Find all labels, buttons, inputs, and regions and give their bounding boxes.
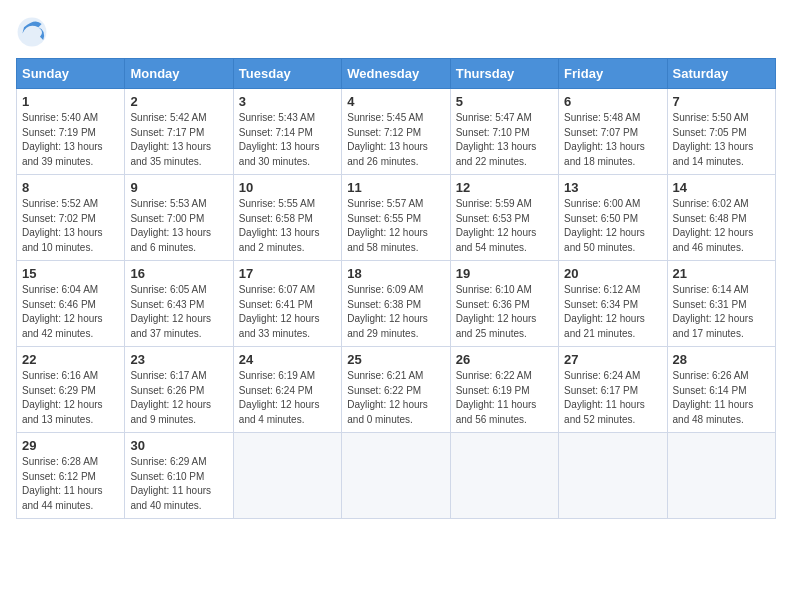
calendar-header-tuesday: Tuesday bbox=[233, 59, 341, 89]
day-number: 17 bbox=[239, 266, 336, 281]
day-info: Sunrise: 6:17 AMSunset: 6:26 PMDaylight:… bbox=[130, 370, 211, 425]
day-number: 10 bbox=[239, 180, 336, 195]
logo bbox=[16, 16, 54, 48]
day-info: Sunrise: 5:42 AMSunset: 7:17 PMDaylight:… bbox=[130, 112, 211, 167]
day-number: 4 bbox=[347, 94, 444, 109]
day-number: 1 bbox=[22, 94, 119, 109]
calendar-day: 13 Sunrise: 6:00 AMSunset: 6:50 PMDaylig… bbox=[559, 175, 667, 261]
calendar-header-saturday: Saturday bbox=[667, 59, 775, 89]
day-number: 22 bbox=[22, 352, 119, 367]
day-number: 16 bbox=[130, 266, 227, 281]
calendar-day bbox=[342, 433, 450, 519]
calendar-day: 15 Sunrise: 6:04 AMSunset: 6:46 PMDaylig… bbox=[17, 261, 125, 347]
calendar-day: 28 Sunrise: 6:26 AMSunset: 6:14 PMDaylig… bbox=[667, 347, 775, 433]
calendar-header-monday: Monday bbox=[125, 59, 233, 89]
calendar-day: 24 Sunrise: 6:19 AMSunset: 6:24 PMDaylig… bbox=[233, 347, 341, 433]
calendar-day: 22 Sunrise: 6:16 AMSunset: 6:29 PMDaylig… bbox=[17, 347, 125, 433]
calendar-day: 25 Sunrise: 6:21 AMSunset: 6:22 PMDaylig… bbox=[342, 347, 450, 433]
day-info: Sunrise: 5:53 AMSunset: 7:00 PMDaylight:… bbox=[130, 198, 211, 253]
day-info: Sunrise: 6:14 AMSunset: 6:31 PMDaylight:… bbox=[673, 284, 754, 339]
day-info: Sunrise: 6:29 AMSunset: 6:10 PMDaylight:… bbox=[130, 456, 211, 511]
day-number: 9 bbox=[130, 180, 227, 195]
day-number: 30 bbox=[130, 438, 227, 453]
calendar-day: 10 Sunrise: 5:55 AMSunset: 6:58 PMDaylig… bbox=[233, 175, 341, 261]
calendar-day: 19 Sunrise: 6:10 AMSunset: 6:36 PMDaylig… bbox=[450, 261, 558, 347]
calendar-day: 23 Sunrise: 6:17 AMSunset: 6:26 PMDaylig… bbox=[125, 347, 233, 433]
calendar-week-2: 8 Sunrise: 5:52 AMSunset: 7:02 PMDayligh… bbox=[17, 175, 776, 261]
day-number: 12 bbox=[456, 180, 553, 195]
calendar-day: 7 Sunrise: 5:50 AMSunset: 7:05 PMDayligh… bbox=[667, 89, 775, 175]
calendar-day: 11 Sunrise: 5:57 AMSunset: 6:55 PMDaylig… bbox=[342, 175, 450, 261]
page-header bbox=[16, 16, 776, 48]
calendar-day: 12 Sunrise: 5:59 AMSunset: 6:53 PMDaylig… bbox=[450, 175, 558, 261]
calendar-day: 4 Sunrise: 5:45 AMSunset: 7:12 PMDayligh… bbox=[342, 89, 450, 175]
day-info: Sunrise: 5:43 AMSunset: 7:14 PMDaylight:… bbox=[239, 112, 320, 167]
day-info: Sunrise: 6:05 AMSunset: 6:43 PMDaylight:… bbox=[130, 284, 211, 339]
calendar-week-5: 29 Sunrise: 6:28 AMSunset: 6:12 PMDaylig… bbox=[17, 433, 776, 519]
calendar-day: 20 Sunrise: 6:12 AMSunset: 6:34 PMDaylig… bbox=[559, 261, 667, 347]
calendar-day: 30 Sunrise: 6:29 AMSunset: 6:10 PMDaylig… bbox=[125, 433, 233, 519]
logo-icon bbox=[16, 16, 48, 48]
day-info: Sunrise: 6:28 AMSunset: 6:12 PMDaylight:… bbox=[22, 456, 103, 511]
calendar-day: 9 Sunrise: 5:53 AMSunset: 7:00 PMDayligh… bbox=[125, 175, 233, 261]
day-info: Sunrise: 5:50 AMSunset: 7:05 PMDaylight:… bbox=[673, 112, 754, 167]
calendar-week-3: 15 Sunrise: 6:04 AMSunset: 6:46 PMDaylig… bbox=[17, 261, 776, 347]
calendar-table: SundayMondayTuesdayWednesdayThursdayFrid… bbox=[16, 58, 776, 519]
calendar-header-sunday: Sunday bbox=[17, 59, 125, 89]
day-info: Sunrise: 5:52 AMSunset: 7:02 PMDaylight:… bbox=[22, 198, 103, 253]
calendar-header-wednesday: Wednesday bbox=[342, 59, 450, 89]
day-number: 11 bbox=[347, 180, 444, 195]
day-number: 8 bbox=[22, 180, 119, 195]
calendar-day bbox=[233, 433, 341, 519]
day-info: Sunrise: 5:45 AMSunset: 7:12 PMDaylight:… bbox=[347, 112, 428, 167]
calendar-day: 3 Sunrise: 5:43 AMSunset: 7:14 PMDayligh… bbox=[233, 89, 341, 175]
day-number: 7 bbox=[673, 94, 770, 109]
calendar-day: 27 Sunrise: 6:24 AMSunset: 6:17 PMDaylig… bbox=[559, 347, 667, 433]
calendar-day: 26 Sunrise: 6:22 AMSunset: 6:19 PMDaylig… bbox=[450, 347, 558, 433]
day-info: Sunrise: 5:57 AMSunset: 6:55 PMDaylight:… bbox=[347, 198, 428, 253]
day-info: Sunrise: 6:00 AMSunset: 6:50 PMDaylight:… bbox=[564, 198, 645, 253]
day-number: 24 bbox=[239, 352, 336, 367]
day-number: 15 bbox=[22, 266, 119, 281]
day-info: Sunrise: 6:04 AMSunset: 6:46 PMDaylight:… bbox=[22, 284, 103, 339]
calendar-day: 2 Sunrise: 5:42 AMSunset: 7:17 PMDayligh… bbox=[125, 89, 233, 175]
day-number: 29 bbox=[22, 438, 119, 453]
calendar-day: 8 Sunrise: 5:52 AMSunset: 7:02 PMDayligh… bbox=[17, 175, 125, 261]
day-info: Sunrise: 6:12 AMSunset: 6:34 PMDaylight:… bbox=[564, 284, 645, 339]
day-number: 20 bbox=[564, 266, 661, 281]
day-info: Sunrise: 6:26 AMSunset: 6:14 PMDaylight:… bbox=[673, 370, 754, 425]
calendar-day: 6 Sunrise: 5:48 AMSunset: 7:07 PMDayligh… bbox=[559, 89, 667, 175]
day-number: 3 bbox=[239, 94, 336, 109]
calendar-week-1: 1 Sunrise: 5:40 AMSunset: 7:19 PMDayligh… bbox=[17, 89, 776, 175]
calendar-day bbox=[667, 433, 775, 519]
day-info: Sunrise: 5:40 AMSunset: 7:19 PMDaylight:… bbox=[22, 112, 103, 167]
calendar-header-thursday: Thursday bbox=[450, 59, 558, 89]
day-number: 2 bbox=[130, 94, 227, 109]
day-number: 14 bbox=[673, 180, 770, 195]
day-number: 27 bbox=[564, 352, 661, 367]
day-number: 19 bbox=[456, 266, 553, 281]
day-info: Sunrise: 6:22 AMSunset: 6:19 PMDaylight:… bbox=[456, 370, 537, 425]
calendar-day: 17 Sunrise: 6:07 AMSunset: 6:41 PMDaylig… bbox=[233, 261, 341, 347]
calendar-day: 1 Sunrise: 5:40 AMSunset: 7:19 PMDayligh… bbox=[17, 89, 125, 175]
calendar-day: 18 Sunrise: 6:09 AMSunset: 6:38 PMDaylig… bbox=[342, 261, 450, 347]
day-number: 5 bbox=[456, 94, 553, 109]
day-number: 6 bbox=[564, 94, 661, 109]
day-info: Sunrise: 5:47 AMSunset: 7:10 PMDaylight:… bbox=[456, 112, 537, 167]
calendar-day: 29 Sunrise: 6:28 AMSunset: 6:12 PMDaylig… bbox=[17, 433, 125, 519]
day-info: Sunrise: 5:59 AMSunset: 6:53 PMDaylight:… bbox=[456, 198, 537, 253]
calendar-day bbox=[450, 433, 558, 519]
calendar-day: 21 Sunrise: 6:14 AMSunset: 6:31 PMDaylig… bbox=[667, 261, 775, 347]
day-number: 18 bbox=[347, 266, 444, 281]
day-number: 26 bbox=[456, 352, 553, 367]
day-info: Sunrise: 6:16 AMSunset: 6:29 PMDaylight:… bbox=[22, 370, 103, 425]
day-number: 28 bbox=[673, 352, 770, 367]
day-info: Sunrise: 6:21 AMSunset: 6:22 PMDaylight:… bbox=[347, 370, 428, 425]
day-info: Sunrise: 5:48 AMSunset: 7:07 PMDaylight:… bbox=[564, 112, 645, 167]
calendar-day: 14 Sunrise: 6:02 AMSunset: 6:48 PMDaylig… bbox=[667, 175, 775, 261]
day-number: 13 bbox=[564, 180, 661, 195]
day-info: Sunrise: 6:10 AMSunset: 6:36 PMDaylight:… bbox=[456, 284, 537, 339]
calendar-header-friday: Friday bbox=[559, 59, 667, 89]
day-number: 21 bbox=[673, 266, 770, 281]
calendar-day bbox=[559, 433, 667, 519]
